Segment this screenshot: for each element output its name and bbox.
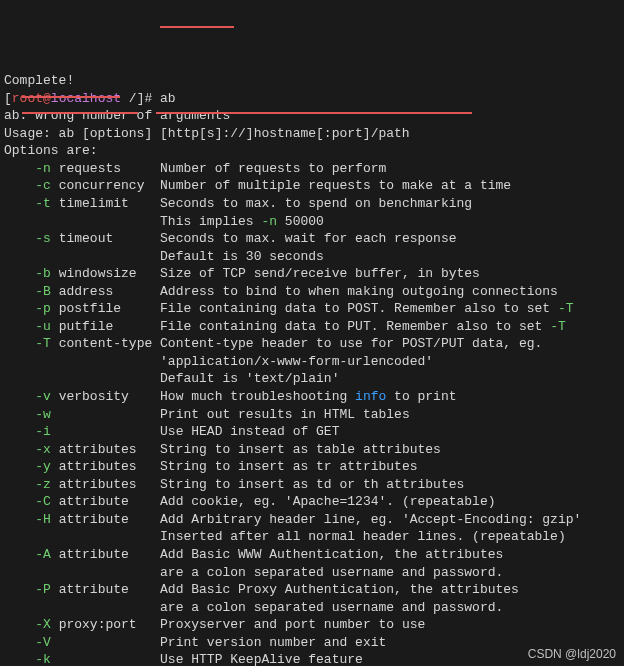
- option-line-4: -s timeout Seconds to max. wait for each…: [4, 230, 620, 248]
- indent: [4, 547, 35, 562]
- error-line: ab: wrong number of arguments: [4, 107, 620, 125]
- option-line-11: 'application/x-www-form-urlencoded': [4, 353, 620, 371]
- option-arg: windowsize: [51, 266, 160, 281]
- annotation-underline-2: [22, 112, 138, 114]
- highlight: -n: [261, 214, 277, 229]
- prompt-host: localhost: [51, 91, 121, 106]
- option-line-15: -i Use HEAD instead of GET: [4, 423, 620, 441]
- option-arg: requests: [51, 161, 160, 176]
- option-flag: -t: [35, 196, 51, 211]
- indent: [4, 494, 35, 509]
- option-arg: [51, 635, 160, 650]
- option-line-14: -w Print out results in HTML tables: [4, 406, 620, 424]
- indent: [4, 371, 160, 386]
- indent: [4, 582, 35, 597]
- option-line-9: -u putfile File containing data to PUT. …: [4, 318, 620, 336]
- cont-text: are a colon separated username and passw…: [160, 600, 503, 615]
- indent: [4, 600, 160, 615]
- option-flag: -V: [35, 635, 51, 650]
- option-flag: -s: [35, 231, 51, 246]
- option-flag: -x: [35, 442, 51, 457]
- option-line-16: -x attributes String to insert as table …: [4, 441, 620, 459]
- option-arg: attributes: [51, 477, 160, 492]
- option-flag: -T: [35, 336, 51, 351]
- line-complete: Complete!: [4, 72, 620, 90]
- option-desc: String to insert as tr attributes: [160, 459, 417, 474]
- option-desc: Add cookie, eg. 'Apache=1234'. (repeatab…: [160, 494, 495, 509]
- option-flag: -n: [35, 161, 51, 176]
- highlight: -T: [558, 301, 574, 316]
- option-line-3: This implies -n 50000: [4, 213, 620, 231]
- option-line-12: Default is 'text/plain': [4, 370, 620, 388]
- option-desc: Number of multiple requests to make at a…: [160, 178, 511, 193]
- option-desc: Proxyserver and port number to use: [160, 617, 425, 632]
- option-desc: Seconds to max. wait for each response: [160, 231, 456, 246]
- error-text: ab: wrong number of arguments: [4, 108, 230, 123]
- option-flag: -H: [35, 512, 51, 527]
- watermark: CSDN @ldj2020: [528, 646, 616, 662]
- option-arg: attributes: [51, 459, 160, 474]
- highlight: info: [355, 389, 386, 404]
- indent: [4, 459, 35, 474]
- option-flag: -C: [35, 494, 51, 509]
- option-line-17: -y attributes String to insert as tr att…: [4, 458, 620, 476]
- prompt-line[interactable]: [root@localhost /]# ab: [4, 90, 620, 108]
- indent: [4, 652, 35, 666]
- option-flag: -k: [35, 652, 51, 666]
- indent: [4, 512, 35, 527]
- option-desc: How much troubleshooting: [160, 389, 355, 404]
- indent: [4, 178, 35, 193]
- option-arg: attributes: [51, 442, 160, 457]
- annotation-underline-3: [156, 112, 472, 114]
- indent: [4, 635, 35, 650]
- option-line-7: -B address Address to bind to when makin…: [4, 283, 620, 301]
- option-arg: content-type: [51, 336, 160, 351]
- option-desc: Use HTTP KeepAlive feature: [160, 652, 363, 666]
- option-line-13: -v verbosity How much troubleshooting in…: [4, 388, 620, 406]
- option-line-23: are a colon separated username and passw…: [4, 564, 620, 582]
- option-desc: String to insert as table attributes: [160, 442, 441, 457]
- prompt-user: root@: [12, 91, 51, 106]
- option-arg: [51, 407, 160, 422]
- option-desc: Address to bind to when making outgoing …: [160, 284, 558, 299]
- option-line-6: -b windowsize Size of TCP send/receive b…: [4, 265, 620, 283]
- option-arg: address: [51, 284, 160, 299]
- cont-text: 'application/x-www-form-urlencoded': [160, 354, 433, 369]
- option-arg: putfile: [51, 319, 160, 334]
- indent: [4, 424, 35, 439]
- option-desc: File containing data to POST. Remember a…: [160, 301, 558, 316]
- option-line-20: -H attribute Add Arbitrary header line, …: [4, 511, 620, 529]
- indent: [4, 407, 35, 422]
- option-arg: attribute: [51, 512, 160, 527]
- option-desc: Seconds to max. to spend on benchmarking: [160, 196, 472, 211]
- option-line-26: -X proxy:port Proxyserver and port numbe…: [4, 616, 620, 634]
- option-flag: -B: [35, 284, 51, 299]
- annotation-underline-1: [22, 96, 120, 98]
- cont-text: 50000: [277, 214, 324, 229]
- option-desc: Use HEAD instead of GET: [160, 424, 339, 439]
- option-flag: -i: [35, 424, 51, 439]
- indent: [4, 161, 35, 176]
- option-flag: -z: [35, 477, 51, 492]
- complete-text: Complete!: [4, 73, 74, 88]
- indent: [4, 319, 35, 334]
- indent: [4, 442, 35, 457]
- indent: [4, 477, 35, 492]
- indent: [4, 617, 35, 632]
- usage-text: Usage: ab [options] [http[s]://]hostname…: [4, 126, 410, 141]
- option-arg: timeout: [51, 231, 160, 246]
- option-desc: Content-type header to use for POST/PUT …: [160, 336, 542, 351]
- indent: [4, 389, 35, 404]
- option-desc: File containing data to PUT. Remember al…: [160, 319, 550, 334]
- option-arg: attribute: [51, 582, 160, 597]
- option-desc: Number of requests to perform: [160, 161, 386, 176]
- option-line-0: -n requests Number of requests to perfor…: [4, 160, 620, 178]
- option-arg: verbosity: [51, 389, 160, 404]
- option-flag: -y: [35, 459, 51, 474]
- option-flag: -p: [35, 301, 51, 316]
- option-line-2: -t timelimit Seconds to max. to spend on…: [4, 195, 620, 213]
- prompt-command[interactable]: ab: [160, 91, 176, 106]
- cont-text: Default is 30 seconds: [160, 249, 324, 264]
- option-desc: Size of TCP send/receive buffer, in byte…: [160, 266, 480, 281]
- option-line-5: Default is 30 seconds: [4, 248, 620, 266]
